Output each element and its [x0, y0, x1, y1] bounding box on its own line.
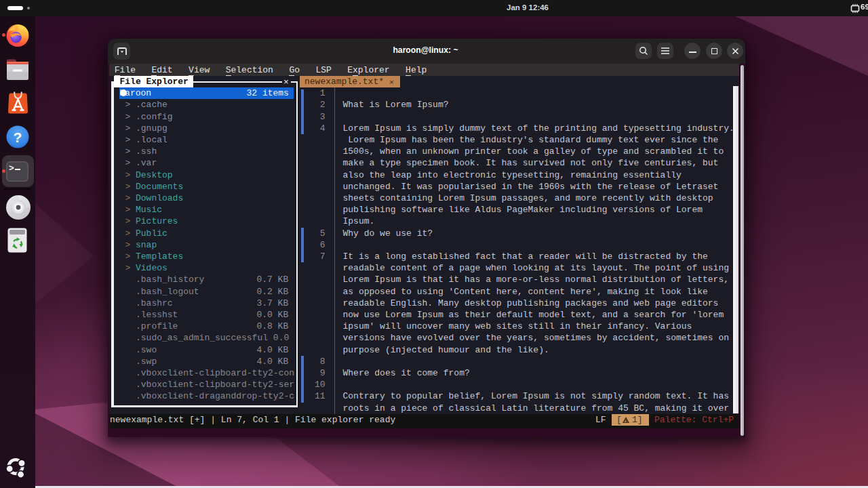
svg-text:?: ?: [14, 129, 22, 145]
